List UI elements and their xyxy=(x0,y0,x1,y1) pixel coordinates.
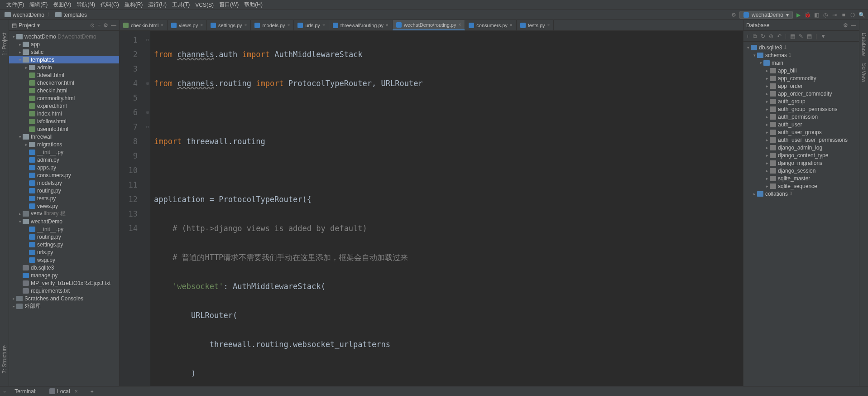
structure-tab[interactable]: 7: Structure xyxy=(1,342,8,377)
expand-arrow[interactable]: ▸ xyxy=(764,107,770,111)
hide-icon[interactable]: — xyxy=(111,22,116,29)
expand-arrow[interactable]: ▸ xyxy=(764,68,770,73)
tree-item[interactable]: ▸admin xyxy=(9,63,119,71)
sciview-tab[interactable]: SciView xyxy=(861,59,867,86)
close-icon[interactable]: × xyxy=(458,22,461,27)
tree-item[interactable]: requirements.txt xyxy=(9,287,119,295)
expand-arrow[interactable]: ▾ xyxy=(17,58,23,62)
close-icon[interactable]: × xyxy=(322,23,325,28)
tree-item[interactable]: tests.py xyxy=(9,194,119,202)
expand-arrow[interactable]: ▸ xyxy=(17,212,23,216)
search-icon[interactable]: 🔍 xyxy=(858,11,865,19)
breadcrumb-item[interactable]: wechatDemo xyxy=(3,12,46,18)
editor-tab[interactable]: consumers.py× xyxy=(465,20,516,30)
tree-item[interactable]: consumers.py xyxy=(9,171,119,179)
tree-item[interactable]: ▾templates xyxy=(9,56,119,63)
terminal-local-tab[interactable]: Local× xyxy=(46,387,82,396)
debug-icon[interactable]: 🐞 xyxy=(804,11,811,19)
db-tree-item[interactable]: ▾db.sqlite31 xyxy=(743,43,859,51)
expand-arrow[interactable]: ▸ xyxy=(764,122,770,127)
fold-gutter[interactable]: ⊟⊟⊟⊟ xyxy=(145,31,150,386)
db-tree-item[interactable]: ▸sqlite_master xyxy=(743,174,859,182)
editor-tab[interactable]: views.py× xyxy=(168,20,207,30)
close-icon[interactable]: × xyxy=(161,23,163,28)
expand-arrow[interactable]: ▾ xyxy=(745,45,751,50)
db-tree-item[interactable]: ▾schemas1 xyxy=(743,51,859,59)
editor-tab[interactable]: settings.py× xyxy=(207,20,251,30)
expand-arrow[interactable]: ▸ xyxy=(764,184,770,188)
stop-icon[interactable]: ⊘ xyxy=(769,33,773,39)
db-tree-item[interactable]: ▸django_migrations xyxy=(743,159,859,167)
copy-icon[interactable]: ⧉ xyxy=(753,33,757,39)
filter-icon[interactable]: ▼ xyxy=(820,33,826,39)
code-editor[interactable]: 1234567891011121314 ⊟⊟⊟⊟ from channels.a… xyxy=(120,31,743,386)
tree-item[interactable]: ▾wechatDemo xyxy=(9,217,119,225)
attach-icon[interactable]: ⇥ xyxy=(831,11,838,19)
tree-item[interactable]: index.html xyxy=(9,110,119,117)
profile-icon[interactable]: ◷ xyxy=(822,11,829,19)
close-icon[interactable]: × xyxy=(547,23,550,28)
run-icon[interactable]: ▶ xyxy=(795,11,802,19)
close-icon[interactable]: × xyxy=(510,23,513,28)
expand-arrow[interactable]: ▸ xyxy=(764,92,770,96)
expand-arrow[interactable]: ▾ xyxy=(11,34,16,39)
tree-item[interactable]: ▾wechatDemo D:\wechatDemo xyxy=(9,33,119,40)
tree-item[interactable]: checkerror.html xyxy=(9,79,119,87)
console-icon[interactable]: ▤ xyxy=(807,33,812,39)
tree-item[interactable]: ▸外部库 xyxy=(9,302,119,310)
menu-item[interactable]: 帮助(H) xyxy=(241,1,265,9)
db-tree-item[interactable]: ▸sqlite_sequence xyxy=(743,182,859,190)
add-icon[interactable]: + xyxy=(746,33,749,39)
expand-arrow[interactable]: ▾ xyxy=(17,219,23,224)
expand-arrow[interactable]: ▸ xyxy=(11,296,16,301)
coverage-icon[interactable]: ◧ xyxy=(813,11,820,19)
editor-tab[interactable]: wechatDemo\routing.py× xyxy=(393,20,465,30)
editor-tab[interactable]: checkin.html× xyxy=(120,20,168,30)
db-tree-item[interactable]: ▸auth_user_user_permissions xyxy=(743,136,859,144)
expand-arrow[interactable]: ▸ xyxy=(17,42,23,47)
table-icon[interactable]: ▦ xyxy=(790,33,795,39)
edit-icon[interactable]: ✎ xyxy=(799,33,803,39)
tree-item[interactable]: settings.py xyxy=(9,241,119,248)
git-icon[interactable]: ⬡ xyxy=(849,11,856,19)
add-terminal-tab[interactable]: + xyxy=(87,387,97,396)
db-tree-item[interactable]: ▸django_session xyxy=(743,167,859,174)
db-tree-item[interactable]: ▸auth_group xyxy=(743,97,859,105)
editor-tab[interactable]: urls.py× xyxy=(294,20,329,30)
tree-item[interactable]: __init__.py xyxy=(9,148,119,156)
stop-icon[interactable]: ■ xyxy=(840,11,847,19)
tree-item[interactable]: routing.py xyxy=(9,187,119,194)
code-content[interactable]: from channels.auth import AuthMiddleware… xyxy=(150,31,743,386)
tree-item[interactable]: __init__.py xyxy=(9,225,119,233)
tree-item[interactable]: views.py xyxy=(9,202,119,210)
tree-item[interactable]: db.sqlite3 xyxy=(9,264,119,271)
db-tree-item[interactable]: ▸django_admin_log xyxy=(743,144,859,151)
db-tree-item[interactable]: ▸auth_user xyxy=(743,121,859,128)
menu-item[interactable]: 运行(U) xyxy=(145,1,169,9)
db-tree-item[interactable]: ▸app_order xyxy=(743,82,859,90)
chevron-down-icon[interactable]: ▾ xyxy=(37,22,40,29)
expand-arrow[interactable]: ▾ xyxy=(758,61,763,65)
menu-item[interactable]: 工具(T) xyxy=(169,1,192,9)
menu-item[interactable]: 编辑(E) xyxy=(27,1,50,9)
build-icon[interactable]: ⚙ xyxy=(730,11,738,19)
gear-icon[interactable]: ⚙ xyxy=(103,22,108,29)
project-tab[interactable]: 1: Project xyxy=(1,29,8,59)
menu-item[interactable]: 文件(F) xyxy=(4,1,27,9)
expand-arrow[interactable]: ▸ xyxy=(764,176,770,181)
db-tree-item[interactable]: ▸django_content_type xyxy=(743,151,859,159)
db-tree-item[interactable]: ▸collations3 xyxy=(743,190,859,198)
menu-item[interactable]: 视图(V) xyxy=(50,1,74,9)
close-icon[interactable]: × xyxy=(245,23,247,28)
menu-item[interactable]: 导航(N) xyxy=(74,1,98,9)
expand-arrow[interactable]: ▸ xyxy=(764,115,770,119)
expand-arrow[interactable]: ▸ xyxy=(764,99,770,104)
database-tree[interactable]: ▾db.sqlite31▾schemas1▾main▸app_bill▸app_… xyxy=(743,42,859,386)
tree-item[interactable]: urls.py xyxy=(9,248,119,256)
menu-item[interactable]: 重构(R) xyxy=(122,1,146,9)
tree-item[interactable]: userinfo.html xyxy=(9,125,119,133)
gear-icon[interactable]: ⚙ xyxy=(843,22,848,29)
expand-arrow[interactable]: ▸ xyxy=(24,65,29,70)
tree-item[interactable]: admin.py xyxy=(9,156,119,164)
tree-item[interactable]: ▾threewall xyxy=(9,133,119,140)
